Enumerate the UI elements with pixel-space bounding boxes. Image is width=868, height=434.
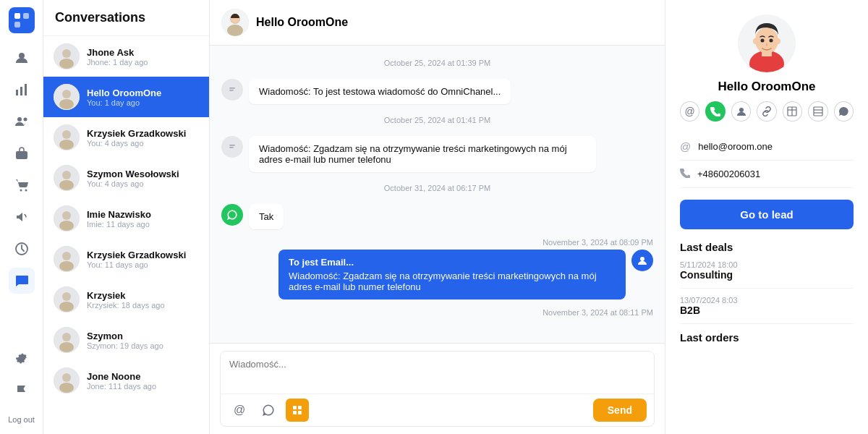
rp-icon-whatsapp[interactable] (834, 101, 854, 122)
nav-icon-avatar[interactable] (9, 45, 35, 71)
conv-info-imie: Imie Nazwisko Imie: 11 days ago (87, 209, 199, 229)
nav-icon-cart[interactable] (9, 172, 35, 198)
deal-item-1: 13/07/2024 8:03 B2B (680, 296, 854, 324)
nav-icon-briefcase[interactable] (9, 140, 35, 166)
conv-avatar-hello (54, 84, 80, 110)
svg-point-17 (62, 90, 71, 98)
conv-sub-jone: Jone: 111 days ago (87, 382, 199, 391)
chat-input-area: @ Send (210, 343, 665, 434)
conv-sub-jhone: Jhone: 1 day ago (87, 58, 199, 67)
conv-item-hello[interactable]: Hello OroomOne You: 1 day ago (43, 77, 209, 117)
svg-point-35 (62, 333, 71, 341)
rp-icon-user[interactable] (731, 101, 751, 122)
msg-timestamp-3: October 31, 2024 at 06:17 PM (221, 184, 653, 192)
conv-name-szymon1: Szymon Wesołowski (87, 169, 199, 179)
svg-rect-2 (14, 22, 20, 27)
msg-bubble-4-text: Wiadomość: Zgadzam się na otrzymywanie t… (289, 271, 616, 292)
svg-point-59 (753, 38, 757, 44)
whatsapp-icon-btn[interactable] (257, 399, 280, 422)
logout-button[interactable]: Log out (5, 412, 38, 427)
nav-icon-megaphone[interactable] (9, 204, 35, 230)
svg-point-18 (59, 99, 74, 109)
conv-info-szymon1: Szymon Wesołowski You: 4 days ago (87, 169, 199, 188)
svg-point-50 (640, 257, 644, 261)
conv-name-jone: Jone Noone (87, 371, 199, 382)
svg-rect-1 (23, 13, 29, 19)
chat-messages: October 25, 2024 at 01:39 PM Wiadomość: … (210, 46, 665, 343)
svg-point-32 (62, 292, 71, 301)
right-panel-avatar-wrap (680, 14, 854, 72)
svg-point-29 (62, 252, 71, 260)
svg-point-23 (62, 171, 71, 179)
rp-icon-link[interactable] (757, 101, 776, 122)
rp-icon-email[interactable]: @ (680, 101, 699, 122)
email-icon-btn[interactable]: @ (228, 399, 251, 422)
svg-rect-5 (20, 87, 22, 95)
conv-avatar-krzysiek2 (54, 246, 80, 272)
nav-icon-contacts[interactable] (9, 109, 35, 135)
svg-rect-6 (25, 84, 27, 95)
logo-icon[interactable] (9, 7, 35, 33)
svg-point-42 (227, 25, 243, 36)
svg-rect-54 (298, 411, 302, 414)
rp-email-row: @ hello@oroom.one (680, 133, 854, 161)
svg-rect-52 (298, 406, 302, 409)
message-2: Wiadomość: Zgadzam się na otrzymywanie t… (221, 136, 653, 172)
conv-info-szymon2: Szymon Szymon: 19 days ago (87, 331, 199, 350)
conv-sub-hello: You: 1 day ago (87, 98, 199, 107)
svg-rect-49 (229, 147, 234, 148)
conv-avatar-krzysiek3 (54, 286, 80, 312)
conv-item-szymon1[interactable]: Szymon Wesołowski You: 4 days ago (43, 158, 209, 198)
conv-item-szymon2[interactable]: Szymon Szymon: 19 days ago (43, 320, 209, 360)
svg-point-60 (776, 38, 780, 44)
deal-date-0: 5/11/2024 18:00 (680, 260, 854, 269)
conv-avatar-jhone (54, 43, 80, 69)
rp-phone-icon (680, 168, 690, 180)
conv-item-imie[interactable]: Imie Nazwisko Imie: 11 days ago (43, 198, 209, 239)
msg-icon-whatsapp (221, 204, 243, 226)
msg-bubble-4: To jest Email... Wiadomość: Zgadzam się … (278, 250, 626, 299)
svg-rect-53 (293, 411, 297, 414)
rp-icon-table[interactable] (783, 101, 802, 122)
message-input[interactable] (221, 352, 654, 391)
go-to-lead-button[interactable]: Go to lead (680, 200, 854, 229)
svg-point-39 (59, 383, 74, 393)
svg-point-26 (62, 211, 71, 220)
svg-point-3 (19, 53, 25, 59)
conv-item-krzysiek1[interactable]: Krzysiek Grzadkowski You: 4 days ago (43, 117, 209, 158)
message-1: Wiadomość: To jest testowa wiadomość do … (221, 79, 653, 104)
nav-icon-flag[interactable] (9, 378, 35, 404)
right-panel-name: Hello OroomOne (680, 80, 854, 94)
svg-point-10 (20, 190, 22, 192)
svg-point-7 (17, 117, 22, 122)
send-button[interactable]: Send (593, 399, 647, 422)
svg-rect-67 (814, 107, 822, 116)
template-icon-btn[interactable] (286, 399, 309, 422)
conv-item-jhone[interactable]: Jhone Ask Jhone: 1 day ago (43, 36, 209, 77)
nav-icon-settings[interactable] (9, 346, 35, 372)
svg-rect-48 (229, 145, 235, 146)
svg-rect-0 (14, 13, 20, 19)
rp-icon-list[interactable] (808, 101, 827, 122)
conv-avatar-krzysiek1 (54, 124, 80, 150)
conv-info-krzysiek3: Krzysiek Krzysiek: 18 days ago (87, 290, 199, 310)
conv-name-krzysiek3: Krzysiek (87, 290, 199, 301)
nav-icon-clock[interactable] (9, 236, 35, 262)
conv-info-krzysiek2: Krzysiek Grzadkowski You: 11 days ago (87, 250, 199, 269)
conv-item-krzysiek3[interactable]: Krzysiek Krzysiek: 18 days ago (43, 279, 209, 320)
svg-point-15 (59, 59, 74, 69)
svg-rect-45 (229, 88, 235, 89)
nav-icon-chart[interactable] (9, 77, 35, 103)
conv-sub-szymon2: Szymon: 19 days ago (87, 341, 199, 350)
deal-item-0: 5/11/2024 18:00 Consulting (680, 260, 854, 289)
rp-icon-phone[interactable] (705, 101, 725, 122)
right-panel: Hello OroomOne @ @ hello@oroom.one +4860… (665, 0, 868, 434)
svg-point-20 (62, 130, 71, 139)
nav-icon-chat[interactable] (9, 268, 35, 294)
conv-avatar-jone (54, 367, 80, 393)
conv-item-jone[interactable]: Jone Noone Jone: 111 days ago (43, 360, 209, 401)
msg-bubble-3: Tak (249, 204, 284, 229)
conv-info-krzysiek1: Krzysiek Grzadkowski You: 4 days ago (87, 128, 199, 148)
conv-name-szymon2: Szymon (87, 331, 199, 341)
conv-item-krzysiek2[interactable]: Krzysiek Grzadkowski You: 11 days ago (43, 239, 209, 279)
